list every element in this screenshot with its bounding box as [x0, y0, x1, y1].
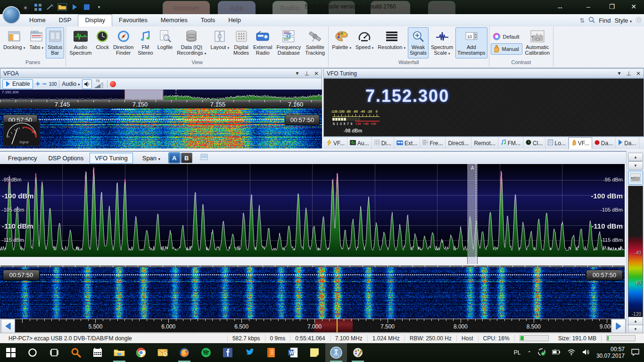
vfoa-mini-spectrum[interactable] [0, 90, 322, 100]
dock-tab-8[interactable]: Cl... [523, 137, 545, 149]
restore-button[interactable]: ❐ [603, 0, 621, 13]
title-bar[interactable]: InternetAppRadioToolsDictionaryOffice ▾ … [0, 0, 644, 14]
close-button[interactable]: ✕ [624, 0, 643, 13]
dock-tab-7[interactable]: FM... [498, 137, 523, 149]
waterfall-gradient-bar[interactable]: -40-80-120 [628, 186, 643, 331]
start-icon[interactable] [70, 2, 79, 12]
ribbon-button-docking[interactable]: Docking ▾ [1, 27, 27, 58]
vfoa-pin-icon[interactable]: ⊥ [304, 70, 309, 77]
twitter-icon[interactable] [239, 343, 260, 362]
vfoa-gain-down-button[interactable]: – [42, 80, 47, 88]
vfoa-pan-indicator[interactable] [112, 109, 133, 110]
band-scale[interactable]: 5.5006.0006.5007.0007.5008.0008.5009.000 [15, 319, 611, 332]
ribbon-button-manual[interactable]: Manual [491, 43, 523, 55]
ribbon-button-palette[interactable]: Palette ▾ [330, 27, 353, 58]
ribbon-button-frequency-database[interactable]: Frequency Database [274, 27, 303, 58]
ribbon-tab-dsp[interactable]: DSP [52, 14, 78, 26]
vfoa-enable-button[interactable]: Enable [2, 79, 33, 89]
dock-tab-2[interactable]: Di... [372, 137, 394, 149]
stop-icon[interactable] [82, 2, 91, 12]
vfo-a-tuning-marker[interactable] [476, 164, 476, 264]
word-icon[interactable]: W [282, 343, 304, 362]
vfoa-panel-header[interactable]: VFOA ▼ ⊥ ✕ [0, 68, 322, 78]
gradient-down-button[interactable]: ▼ [628, 325, 643, 333]
main-pan-indicator[interactable] [292, 264, 330, 265]
explorer-icon[interactable] [108, 343, 130, 362]
ribbon-button-external-radio[interactable]: External Radio [251, 27, 274, 58]
nav-right-button[interactable] [611, 319, 626, 333]
tuned-frequency[interactable]: 7.152.300 [365, 86, 449, 106]
dock-tab-10[interactable]: VF... [569, 137, 592, 149]
main-tab-vfo-tuning[interactable]: VFO Tuning [90, 153, 132, 164]
notification-icon[interactable] [631, 348, 639, 357]
ribbon-button-clock[interactable]: Clock [94, 27, 111, 58]
vfoa-frequency-scale[interactable]: 7.1457.1507.1557.160 [0, 100, 322, 108]
vfo-tuning-display[interactable]: 7.152.300 -120-100-80-60-40-200 S13579+2… [323, 78, 644, 137]
vfoa-audio-dropdown[interactable]: Audio ▾ [62, 81, 80, 87]
ribbon-button-automatic-calibration[interactable]: Automatic Calibration [523, 27, 552, 58]
dock-tab-0[interactable]: VF... [324, 137, 347, 149]
gradient-up-button[interactable]: ▲ [628, 317, 643, 325]
minimize-button[interactable]: – [579, 0, 598, 13]
calendar-icon[interactable] [87, 343, 108, 362]
layout-icon[interactable] [33, 2, 42, 12]
style-button[interactable]: Style ▾ [614, 17, 632, 24]
ribbon-button-satellite-tracking[interactable]: Satellite Tracking [303, 27, 327, 58]
main-tab-frequency[interactable]: Frequency [3, 153, 42, 164]
main-tab-dsp-options[interactable]: DSP Options [43, 153, 89, 164]
ribbon-button-data-iq-recordings[interactable]: Data (IQ) Recordings ▾ [175, 27, 208, 58]
dock-tab-9[interactable]: Lo... [545, 137, 568, 149]
outlook-icon[interactable] [152, 343, 173, 362]
vfoa-mute-button[interactable] [82, 79, 92, 89]
dock-tab-3[interactable]: Ext... [394, 137, 420, 149]
dock-tab-11[interactable]: Da... [592, 137, 616, 149]
ribbon-button-digital-modes[interactable]: Digital Modes [231, 27, 251, 58]
wifi-icon[interactable] [567, 349, 576, 357]
vfo-tuning-menu-icon[interactable]: ▼ [617, 71, 622, 76]
dock-tab-4[interactable]: Fre... [420, 137, 446, 149]
split-view-icon[interactable] [200, 154, 208, 162]
ribbon-button-add-timestamps[interactable]: 10Add Timestamps [455, 27, 487, 58]
connect-icon[interactable] [45, 2, 55, 12]
ribbon-button-direction-finder[interactable]: Direction Finder [111, 27, 135, 58]
vfoa-gain-up-button[interactable]: + [35, 80, 40, 88]
search-icon[interactable] [588, 16, 595, 25]
vfoa-menu-icon[interactable]: ▼ [295, 71, 300, 76]
vfoa-volume-control[interactable]: 75 [94, 80, 105, 88]
taskbar-clock[interactable]: 00:57 30.07.2017 [596, 346, 625, 359]
chrome-icon[interactable] [130, 343, 152, 362]
taskview-icon[interactable] [43, 343, 65, 362]
facebook-icon[interactable] [217, 343, 239, 362]
firefox-icon[interactable] [173, 343, 195, 362]
paint-icon[interactable] [347, 343, 369, 362]
vfo-a-button[interactable]: A [169, 153, 180, 163]
collapse-ribbon-icon[interactable]: ⇅ [579, 17, 585, 24]
ribbon-button-spectrum-scale[interactable]: Spectrum Scale ▾ [429, 27, 455, 58]
scroll-down-button[interactable]: ▼ [628, 161, 643, 170]
open-folder-icon[interactable] [58, 2, 67, 12]
update-icon[interactable] [538, 348, 545, 357]
ribbon-button-default[interactable]: Default [491, 31, 523, 42]
ribbon-button-tabs[interactable]: Tabs ▾ [27, 27, 45, 58]
ribbon-button-resolution[interactable]: Resolution ▾ [376, 27, 407, 58]
cortana-icon[interactable] [22, 343, 43, 362]
ribbon-button-layout[interactable]: Layout ▾ [208, 27, 231, 58]
ribbon-tab-tools[interactable]: Tools [194, 14, 222, 26]
ribbon-button-weak-signals[interactable]: Weak Signals [408, 27, 429, 58]
nav-left-button[interactable] [1, 319, 15, 333]
vfoa-close-icon[interactable]: ✕ [314, 70, 319, 77]
ribbon-button-speed[interactable]: Speed ▾ [354, 27, 375, 58]
spectrum-contrast-button[interactable] [628, 171, 643, 185]
vfo-tuning-close-icon[interactable]: ✕ [636, 70, 641, 77]
vfo-tuning-pin-icon[interactable]: ⊥ [626, 70, 631, 77]
ribbon-button-logfile[interactable]: Logfile [156, 27, 174, 58]
start-icon[interactable] [0, 343, 22, 362]
language-indicator[interactable]: PL [514, 349, 521, 356]
vfoa-record-button[interactable] [110, 81, 116, 87]
scroll-up-button[interactable]: ▲ [628, 153, 643, 161]
vfo-b-button[interactable]: B [181, 153, 192, 163]
find-button[interactable]: Find [599, 17, 611, 24]
spotify-icon[interactable] [195, 343, 217, 362]
ribbon-tab-favourites[interactable]: Favourites [112, 14, 154, 26]
search-orange-icon[interactable] [65, 343, 87, 362]
